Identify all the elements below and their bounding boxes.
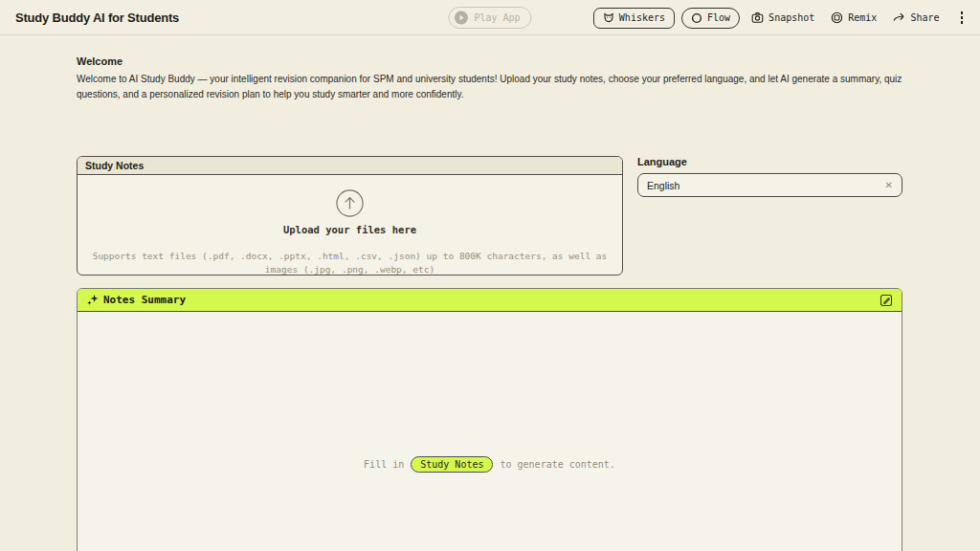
language-label: Language: [637, 156, 902, 167]
topbar: Study Buddy AI for Students Play App Whi…: [0, 0, 980, 35]
welcome-text: Welcome to AI Study Buddy — your intelli…: [77, 72, 907, 101]
whiskers-label: Whiskers: [619, 12, 665, 23]
topbar-actions: Whiskers Flow Snapshot: [593, 0, 969, 35]
play-app-button[interactable]: Play App: [448, 7, 531, 29]
language-input-wrap: ✕: [637, 173, 902, 197]
message-suffix: to generate content.: [500, 459, 614, 470]
remix-label: Remix: [848, 12, 877, 23]
language-section: Language ✕: [637, 156, 902, 197]
edit-icon[interactable]: [880, 294, 893, 307]
share-label: Share: [910, 12, 939, 23]
study-notes-card: Study Notes Upload your files here Suppo…: [77, 156, 623, 276]
notes-summary-panel: Notes Summary Fill in Study Notes to gen…: [77, 288, 902, 551]
supported-files-text: Supports text files (.pdf, .docx, .pptx,…: [89, 250, 611, 277]
study-notes-title: Study Notes: [85, 160, 144, 171]
app-title: Study Buddy AI for Students: [15, 0, 179, 35]
play-icon: [454, 11, 468, 25]
upload-icon: [336, 189, 364, 217]
upload-label: Upload your files here: [283, 224, 416, 235]
message-prefix: Fill in: [364, 459, 404, 470]
more-menu-icon[interactable]: [955, 8, 969, 28]
language-input[interactable]: [647, 180, 885, 191]
notes-summary-title: Notes Summary: [103, 294, 186, 306]
remix-icon: [831, 11, 843, 24]
clear-icon[interactable]: ✕: [885, 181, 893, 190]
snapshot-button[interactable]: Snapshot: [746, 8, 819, 29]
welcome-heading: Welcome: [77, 55, 907, 67]
snapshot-label: Snapshot: [768, 12, 814, 23]
arrow-right-icon: [893, 12, 905, 23]
play-app-label: Play App: [474, 12, 520, 23]
notes-summary-header: Notes Summary: [78, 289, 902, 312]
flow-label: Flow: [707, 12, 730, 23]
sparkles-icon: [86, 294, 99, 306]
share-button[interactable]: Share: [888, 8, 944, 29]
file-dropzone[interactable]: Upload your files here Supports text fil…: [78, 175, 622, 275]
camera-icon: [751, 11, 764, 24]
welcome-section: Welcome Welcome to AI Study Buddy — your…: [77, 55, 907, 101]
remix-button[interactable]: Remix: [826, 8, 881, 29]
whiskers-button[interactable]: Whiskers: [593, 8, 675, 29]
cat-icon: [603, 12, 614, 24]
flow-button[interactable]: Flow: [681, 8, 740, 29]
empty-state-message: Fill in Study Notes to generate content.: [78, 456, 902, 473]
flow-circle-icon: [691, 12, 702, 24]
study-notes-chip: Study Notes: [411, 456, 493, 473]
study-notes-header: Study Notes: [78, 157, 622, 175]
